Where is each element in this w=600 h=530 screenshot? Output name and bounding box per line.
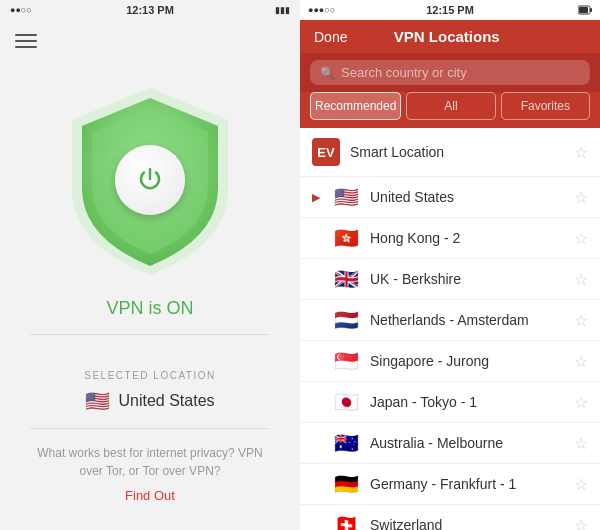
left-panel: ●●○○ 12:13 PM ▮▮▮ xyxy=(0,0,300,530)
location-name-jp: Japan - Tokyo - 1 xyxy=(370,394,564,410)
star-icon-ch[interactable]: ☆ xyxy=(574,516,588,531)
left-battery: ▮▮▮ xyxy=(275,5,290,15)
star-icon-au[interactable]: ☆ xyxy=(574,434,588,453)
expand-icon-us: ▶ xyxy=(312,191,322,204)
star-icon-sg[interactable]: ☆ xyxy=(574,352,588,371)
location-name-ch: Switzerland xyxy=(370,517,564,530)
location-name-uk: UK - Berkshire xyxy=(370,271,564,287)
location-name-us: United States xyxy=(370,189,564,205)
tab-favorites[interactable]: Favorites xyxy=(501,92,590,120)
star-icon-us[interactable]: ☆ xyxy=(574,188,588,207)
tab-all[interactable]: All xyxy=(406,92,495,120)
power-button[interactable] xyxy=(115,145,185,215)
us-flag-left: 🇺🇸 xyxy=(85,389,110,413)
right-signal-icons: ●●●○○ xyxy=(308,5,335,15)
battery-icon xyxy=(578,5,592,15)
list-item-uk[interactable]: 🇬🇧 UK - Berkshire ☆ xyxy=(300,259,600,300)
flag-uk: 🇬🇧 xyxy=(332,269,360,289)
power-icon xyxy=(135,165,165,195)
svg-rect-2 xyxy=(579,7,588,13)
list-item-us[interactable]: ▶ 🇺🇸 United States ☆ xyxy=(300,177,600,218)
star-icon-hk[interactable]: ☆ xyxy=(574,229,588,248)
location-name-sg: Singapore - Jurong xyxy=(370,353,564,369)
privacy-text: What works best for internet privacy? VP… xyxy=(0,444,300,480)
right-header: Done VPN Locations xyxy=(300,20,600,53)
left-time: 12:13 PM xyxy=(126,4,174,16)
location-list: EV Smart Location ☆ ▶ 🇺🇸 United States ☆… xyxy=(300,128,600,530)
right-time: 12:15 PM xyxy=(426,4,474,16)
panel-title: VPN Locations xyxy=(394,28,500,45)
selected-location-label: SELECTED LOCATION xyxy=(84,370,215,381)
star-icon-nl[interactable]: ☆ xyxy=(574,311,588,330)
right-panel: ●●●○○ 12:15 PM Done VPN Locations 🔍 Reco… xyxy=(300,0,600,530)
flag-ch: 🇨🇭 xyxy=(332,515,360,530)
selected-location-name: United States xyxy=(118,392,214,410)
flag-au: 🇦🇺 xyxy=(332,433,360,453)
flag-jp: 🇯🇵 xyxy=(332,392,360,412)
left-signal-icons: ●●○○ xyxy=(10,5,32,15)
done-button[interactable]: Done xyxy=(314,29,347,45)
location-name-au: Australia - Melbourne xyxy=(370,435,564,451)
search-icon: 🔍 xyxy=(320,66,335,80)
location-name-smart: Smart Location xyxy=(350,144,564,160)
location-name-hk: Hong Kong - 2 xyxy=(370,230,564,246)
star-icon-de[interactable]: ☆ xyxy=(574,475,588,494)
search-input-wrap: 🔍 xyxy=(310,60,590,85)
flag-hk: 🇭🇰 xyxy=(332,228,360,248)
divider xyxy=(30,334,270,335)
star-icon-jp[interactable]: ☆ xyxy=(574,393,588,412)
hamburger-menu-button[interactable] xyxy=(15,30,37,52)
list-item-ch[interactable]: 🇨🇭 Switzerland ☆ xyxy=(300,505,600,530)
list-item-jp[interactable]: 🇯🇵 Japan - Tokyo - 1 ☆ xyxy=(300,382,600,423)
list-item-de[interactable]: 🇩🇪 Germany - Frankfurt - 1 ☆ xyxy=(300,464,600,505)
divider2 xyxy=(30,428,270,429)
list-item-sg[interactable]: 🇸🇬 Singapore - Jurong ☆ xyxy=(300,341,600,382)
flag-us: 🇺🇸 xyxy=(332,187,360,207)
left-status-bar: ●●○○ 12:13 PM ▮▮▮ xyxy=(0,0,300,20)
flag-sg: 🇸🇬 xyxy=(332,351,360,371)
svg-rect-1 xyxy=(590,8,592,12)
selected-location: 🇺🇸 United States xyxy=(85,389,214,413)
location-name-nl: Netherlands - Amsterdam xyxy=(370,312,564,328)
list-item-smart[interactable]: EV Smart Location ☆ xyxy=(300,128,600,177)
search-bar: 🔍 xyxy=(300,53,600,92)
flag-nl: 🇳🇱 xyxy=(332,310,360,330)
list-item-au[interactable]: 🇦🇺 Australia - Melbourne ☆ xyxy=(300,423,600,464)
tabs-row: Recommended All Favorites xyxy=(300,92,600,128)
shield-container xyxy=(60,80,240,280)
flag-de: 🇩🇪 xyxy=(332,474,360,494)
list-item-nl[interactable]: 🇳🇱 Netherlands - Amsterdam ☆ xyxy=(300,300,600,341)
smart-location-icon: EV xyxy=(312,138,340,166)
list-item-hk[interactable]: 🇭🇰 Hong Kong - 2 ☆ xyxy=(300,218,600,259)
star-icon-uk[interactable]: ☆ xyxy=(574,270,588,289)
star-icon-smart[interactable]: ☆ xyxy=(574,143,588,162)
location-name-de: Germany - Frankfurt - 1 xyxy=(370,476,564,492)
find-out-link[interactable]: Find Out xyxy=(125,488,175,503)
search-input[interactable] xyxy=(341,65,580,80)
right-battery xyxy=(578,5,592,15)
right-status-bar: ●●●○○ 12:15 PM xyxy=(300,0,600,20)
tab-recommended[interactable]: Recommended xyxy=(310,92,401,120)
vpn-status-text: VPN is ON xyxy=(106,298,193,319)
